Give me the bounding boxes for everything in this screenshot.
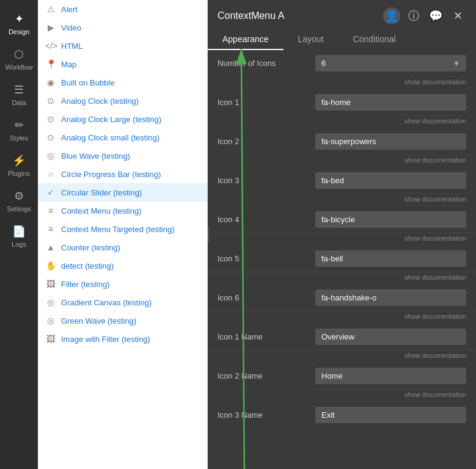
plugin-item-analog-clock[interactable]: ⊙Analog Clock (testing) xyxy=(38,92,207,110)
field-value-icon6[interactable]: fa-handshake-o xyxy=(315,289,466,306)
plugin-item-counter[interactable]: ▲Counter (testing) xyxy=(38,238,207,256)
plugin-item-context-menu-targeted[interactable]: ≡Context Menu Targeted (testing) xyxy=(38,220,207,238)
nav-logs[interactable]: 📄 Logs xyxy=(0,219,38,254)
chat-icon[interactable]: 💬 xyxy=(427,7,444,24)
plugin-label-circular-slider: Circular Slider (testing) xyxy=(61,188,142,197)
plugin-item-map[interactable]: 📍Map xyxy=(38,55,207,73)
field-value-text-icon4: fa-bicycle xyxy=(321,215,355,224)
logs-icon: 📄 xyxy=(12,225,26,238)
field-label-icon4: Icon 4 xyxy=(218,215,315,224)
plugin-item-analog-clock-large[interactable]: ⊙Analog Clock Large (testing) xyxy=(38,110,207,128)
plugin-item-built-on-bubble[interactable]: ◉Built on Bubble xyxy=(38,73,207,92)
plugin-icon-analog-clock-small: ⊙ xyxy=(45,133,56,142)
left-nav: ✦ Design ⬡ Workflow ☰ Data ✏ Styles ⚡ Pl… xyxy=(0,0,38,469)
plugin-list: ⚠Alert▶Video</>HTML📍Map◉Built on Bubble⊙… xyxy=(38,0,208,469)
field-row-icon3name: Icon 3 NameExit xyxy=(208,402,476,429)
field-label-icon1name: Icon 1 Name xyxy=(218,332,315,341)
plugin-item-alert[interactable]: ⚠Alert xyxy=(38,0,207,18)
field-row-icon3: Icon 3fa-bed xyxy=(208,167,476,194)
field-label-icon2: Icon 2 xyxy=(218,137,315,146)
plugin-item-filter[interactable]: 🖼Filter (testing) xyxy=(38,275,207,293)
panel-content: Number of Icons6▼show documentationIcon … xyxy=(208,50,476,469)
plugin-label-counter: Counter (testing) xyxy=(61,243,120,252)
tab-appearance[interactable]: Appearance xyxy=(208,29,284,50)
plugin-label-gradient-canvas: Gradient Canvas (testing) xyxy=(61,298,152,307)
styles-icon: ✏ xyxy=(15,118,24,132)
nav-settings[interactable]: ⚙ Settings xyxy=(0,183,38,219)
plugin-item-green-wave[interactable]: ◎Green Wave (testing) xyxy=(38,311,207,330)
nav-workflow-label: Workflow xyxy=(5,64,32,71)
show-doc-icon1[interactable]: show documentation xyxy=(208,116,476,128)
plugin-label-green-wave: Green Wave (testing) xyxy=(61,316,136,325)
plugin-icon-filter: 🖼 xyxy=(45,279,56,289)
dropdown-arrow-icon: ▼ xyxy=(453,59,460,68)
field-value-icon4[interactable]: fa-bicycle xyxy=(315,211,466,228)
plugin-item-analog-clock-small[interactable]: ⊙Analog Clock small (testing) xyxy=(38,128,207,147)
plugin-item-context-menu[interactable]: ≡Context Menu (testing) xyxy=(38,202,207,220)
plugin-label-analog-clock: Analog Clock (testing) xyxy=(61,96,139,106)
show-doc-icon4[interactable]: show documentation xyxy=(208,233,476,245)
plugin-item-html[interactable]: </>HTML xyxy=(38,37,207,55)
field-label-icon3name: Icon 3 Name xyxy=(218,410,315,420)
show-doc-icon1name[interactable]: show documentation xyxy=(208,351,476,363)
plugin-icon-context-menu: ≡ xyxy=(45,206,56,216)
plugin-label-alert: Alert xyxy=(61,5,78,14)
plugin-icon-built-on-bubble: ◉ xyxy=(45,78,56,87)
data-icon: ☰ xyxy=(14,83,24,96)
field-label-icon2name: Icon 2 Name xyxy=(218,371,315,380)
close-icon[interactable]: ✕ xyxy=(449,7,466,24)
field-value-icon3name[interactable]: Exit xyxy=(315,407,466,423)
field-label-icon1: Icon 1 xyxy=(218,98,315,107)
collapse-handle[interactable]: ‹ xyxy=(208,227,209,242)
plugin-icon-image-with-filter: 🖼 xyxy=(45,334,56,344)
field-value-text-icon3name: Exit xyxy=(321,410,335,420)
nav-plugins[interactable]: ⚡ Plugins xyxy=(0,148,38,183)
plugin-label-context-menu: Context Menu (testing) xyxy=(61,206,142,216)
panel-header-icons: 👤 ⓘ 💬 ✕ xyxy=(383,7,466,24)
design-icon: ✦ xyxy=(15,12,24,26)
plugin-item-image-with-filter[interactable]: 🖼Image with Filter (testing) xyxy=(38,330,207,348)
field-row-icon5: Icon 5fa-bell xyxy=(208,245,476,272)
info-icon[interactable]: ⓘ xyxy=(405,7,422,24)
plugin-item-circular-slider[interactable]: ✓Circular Slider (testing) xyxy=(38,183,207,202)
workflow-icon: ⬡ xyxy=(14,48,24,61)
show-doc-num-icons[interactable]: show documentation xyxy=(208,77,476,89)
nav-styles[interactable]: ✏ Styles xyxy=(0,112,38,148)
field-value-num-icons[interactable]: 6▼ xyxy=(315,55,466,71)
nav-design[interactable]: ✦ Design xyxy=(0,6,38,42)
nav-data[interactable]: ☰ Data xyxy=(0,77,38,112)
plugin-item-video[interactable]: ▶Video xyxy=(38,18,207,37)
plugin-icon-green-wave: ◎ xyxy=(45,316,56,325)
field-value-icon5[interactable]: fa-bell xyxy=(315,250,466,267)
field-value-text-icon2: fa-superpowers xyxy=(321,137,376,146)
plugin-item-gradient-canvas[interactable]: ◎Gradient Canvas (testing) xyxy=(38,293,207,311)
plugin-item-detect[interactable]: ✋detect (testing) xyxy=(38,256,207,275)
plugin-icon-map: 📍 xyxy=(45,59,56,69)
tab-conditional[interactable]: Conditional xyxy=(339,29,411,50)
plugin-item-blue-wave[interactable]: ◎Blue Wave (testing) xyxy=(38,147,207,165)
show-doc-icon3[interactable]: show documentation xyxy=(208,194,476,206)
field-value-text-icon1name: Overview xyxy=(321,332,354,341)
show-doc-icon2name[interactable]: show documentation xyxy=(208,390,476,402)
field-value-icon3[interactable]: fa-bed xyxy=(315,172,466,189)
plugin-item-circle-progress[interactable]: ○Circle Progress Bar (testing) xyxy=(38,165,207,183)
field-value-text-icon6: fa-handshake-o xyxy=(321,293,376,302)
field-value-icon2[interactable]: fa-superpowers xyxy=(315,133,466,150)
nav-workflow[interactable]: ⬡ Workflow xyxy=(0,42,38,77)
field-value-text-icon3: fa-bed xyxy=(321,176,344,185)
plugin-icon-html: </> xyxy=(45,41,56,51)
nav-plugins-label: Plugins xyxy=(8,170,30,177)
field-value-icon2name[interactable]: Home xyxy=(315,368,466,384)
tab-layout[interactable]: Layout xyxy=(284,29,339,50)
field-value-icon1name[interactable]: Overview xyxy=(315,329,466,345)
show-doc-icon2[interactable]: show documentation xyxy=(208,155,476,167)
show-doc-icon5[interactable]: show documentation xyxy=(208,272,476,285)
user-icon[interactable]: 👤 xyxy=(383,7,400,24)
show-doc-icon6[interactable]: show documentation xyxy=(208,311,476,324)
panel-header: ContextMenu A 👤 ⓘ 💬 ✕ xyxy=(208,0,476,24)
field-value-icon1[interactable]: fa-home xyxy=(315,94,466,111)
plugin-label-video: Video xyxy=(61,23,81,32)
plugin-label-context-menu-targeted: Context Menu Targeted (testing) xyxy=(61,225,174,234)
plugin-label-analog-clock-small: Analog Clock small (testing) xyxy=(61,133,159,142)
plugin-label-analog-clock-large: Analog Clock Large (testing) xyxy=(61,115,161,124)
